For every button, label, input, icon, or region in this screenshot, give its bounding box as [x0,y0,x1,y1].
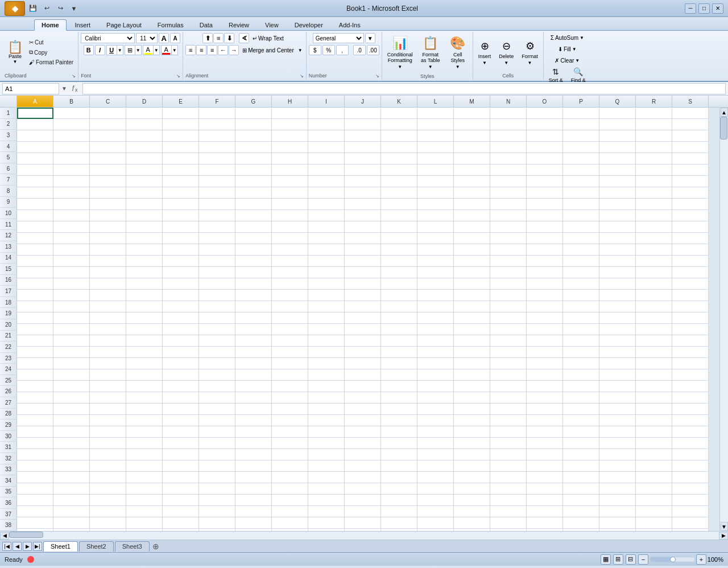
cell-K4[interactable] [381,142,417,153]
cell-K2[interactable] [381,119,417,130]
cell-M31[interactable] [454,449,490,460]
cell-C20[interactable] [90,324,126,335]
row-header-17[interactable]: 17 [0,286,17,297]
cell-N27[interactable] [490,404,527,415]
cell-I30[interactable] [308,438,345,449]
cell-F4[interactable] [199,142,235,153]
cell-M36[interactable] [454,506,490,517]
cell-E11[interactable] [163,221,199,233]
cell-S15[interactable] [672,267,709,278]
cell-S31[interactable] [672,449,709,460]
col-header-C[interactable]: C [90,96,126,107]
cell-G28[interactable] [235,415,272,426]
cell-M3[interactable] [454,130,490,142]
insert-button[interactable]: ⊕ Insert ▼ [475,36,494,68]
cell-S33[interactable] [672,472,709,483]
cell-G21[interactable] [235,335,272,347]
cell-R4[interactable] [636,142,672,153]
cell-R6[interactable] [636,164,672,176]
cell-E35[interactable] [163,495,199,506]
cell-H34[interactable] [272,483,308,495]
align-right-button[interactable]: ≡ [207,45,217,55]
cell-Q10[interactable] [599,210,636,221]
cell-F22[interactable] [199,347,235,358]
cell-G8[interactable] [235,187,272,199]
cell-R26[interactable] [636,392,672,404]
row-header-37[interactable]: 37 [0,509,17,520]
cell-R25[interactable] [636,381,672,392]
cell-A37[interactable] [17,517,53,529]
cell-M33[interactable] [454,472,490,483]
comma-button[interactable]: , [336,45,349,55]
cell-D28[interactable] [126,415,163,426]
cell-G16[interactable] [235,278,272,290]
align-center-button[interactable]: ≡ [196,45,206,55]
cell-R24[interactable] [636,369,672,381]
cell-B4[interactable] [53,142,90,153]
cell-H30[interactable] [272,438,308,449]
cell-Q1[interactable] [599,108,636,119]
cell-N21[interactable] [490,335,527,347]
cell-E8[interactable] [163,187,199,199]
cell-H32[interactable] [272,460,308,472]
cell-I37[interactable] [308,517,345,529]
cell-N29[interactable] [490,426,527,438]
cell-M37[interactable] [454,517,490,529]
sheet-tab-sheet2[interactable]: Sheet2 [79,541,114,551]
cell-K23[interactable] [381,358,417,369]
cell-H31[interactable] [272,449,308,460]
cell-P15[interactable] [563,267,599,278]
cell-P11[interactable] [563,221,599,233]
cell-M9[interactable] [454,199,490,210]
cell-L14[interactable] [417,256,454,267]
cell-G17[interactable] [235,290,272,301]
cell-F36[interactable] [199,506,235,517]
cell-D24[interactable] [126,369,163,381]
cell-E1[interactable] [163,108,199,119]
cell-H16[interactable] [272,278,308,290]
cell-R38[interactable] [636,529,672,531]
cell-J5[interactable] [345,153,381,164]
cell-P27[interactable] [563,404,599,415]
align-top-button[interactable]: ⬆ [202,33,213,43]
cell-G32[interactable] [235,460,272,472]
cell-N15[interactable] [490,267,527,278]
cell-C12[interactable] [90,233,126,244]
cell-R20[interactable] [636,324,672,335]
cell-M22[interactable] [454,347,490,358]
cell-J28[interactable] [345,415,381,426]
cell-C30[interactable] [90,438,126,449]
cell-B17[interactable] [53,290,90,301]
row-header-31[interactable]: 31 [0,442,17,453]
cell-B1[interactable] [53,108,90,119]
cell-P38[interactable] [563,529,599,531]
cell-Q6[interactable] [599,164,636,176]
cell-R17[interactable] [636,290,672,301]
cell-K26[interactable] [381,392,417,404]
cell-D36[interactable] [126,506,163,517]
number-format-dropdown[interactable]: ▼ [365,33,375,43]
align-left-button[interactable]: ≡ [185,45,196,55]
cell-F10[interactable] [199,210,235,221]
cell-G34[interactable] [235,483,272,495]
cell-R13[interactable] [636,244,672,256]
cell-H8[interactable] [272,187,308,199]
cell-S12[interactable] [672,233,709,244]
bold-button[interactable]: B [84,45,94,55]
cell-S20[interactable] [672,324,709,335]
cell-I31[interactable] [308,449,345,460]
cell-P28[interactable] [563,415,599,426]
cell-M19[interactable] [454,312,490,324]
cell-I12[interactable] [308,233,345,244]
cell-S5[interactable] [672,153,709,164]
cell-A35[interactable] [17,495,53,506]
cell-B35[interactable] [53,495,90,506]
cell-L22[interactable] [417,347,454,358]
cell-S23[interactable] [672,358,709,369]
cell-D26[interactable] [126,392,163,404]
cell-L11[interactable] [417,221,454,233]
cell-F24[interactable] [199,369,235,381]
cell-O30[interactable] [527,438,563,449]
cell-G18[interactable] [235,301,272,312]
col-header-A[interactable]: A [17,96,53,107]
